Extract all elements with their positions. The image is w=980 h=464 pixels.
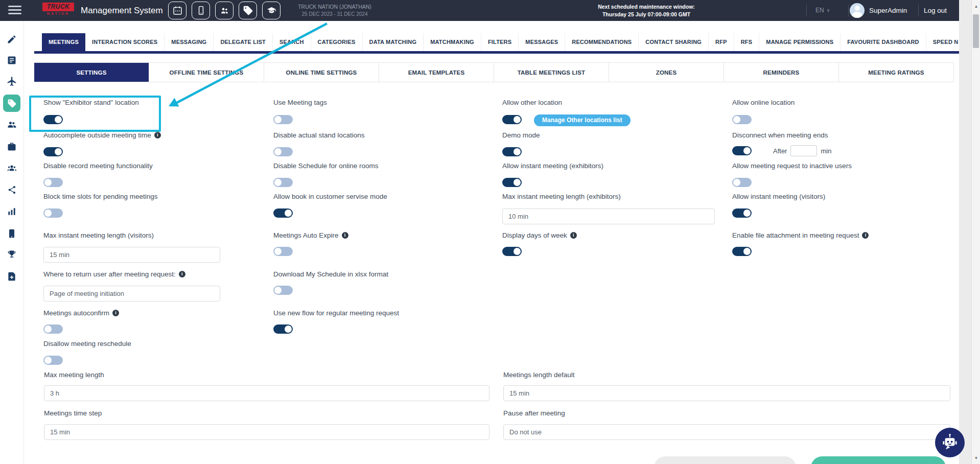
pause-after-meeting-input[interactable] — [503, 424, 950, 440]
logout-button[interactable]: Log out — [924, 0, 947, 21]
scrollbar-thumb[interactable] — [973, 14, 979, 48]
toggle-new-flow[interactable] — [273, 324, 293, 334]
sub-tabs: SETTINGSOFFLINE TIME SETTINGSONLINE TIME… — [34, 62, 954, 82]
toggle-allow-online-location[interactable] — [732, 115, 752, 124]
manage-other-locations-button[interactable]: Manage Other locations list — [534, 114, 631, 126]
news-icon[interactable] — [7, 55, 17, 65]
main-tab[interactable]: RFS — [734, 33, 760, 51]
setting-label-disable-schedule-online: Disable Schedule for online rooms — [273, 162, 379, 170]
toggle-disable-schedule-online[interactable] — [273, 178, 293, 187]
toggle-disallow-reschedule[interactable] — [43, 356, 63, 365]
navbar-divider — [918, 5, 919, 16]
airplane-icon[interactable] — [7, 76, 17, 86]
truck-nation-logo[interactable]: TRUCK NATION — [42, 3, 74, 15]
main-tab[interactable]: MESSAGING — [165, 33, 214, 51]
sub-tab[interactable]: ZONES — [609, 63, 724, 82]
setting-label-disconnect-ends: Disconnect when meeting ends — [732, 131, 828, 139]
main-tab[interactable]: FAVOURITE DASHBOARD — [841, 33, 926, 51]
scroll-up-arrow[interactable] — [972, 4, 980, 9]
setting-label-allow-customer-service: Allow book in customer servise mode — [273, 193, 387, 200]
smartphone-icon[interactable] — [192, 2, 210, 19]
graduation-cap-icon[interactable] — [262, 2, 281, 19]
main-tab[interactable]: MATCHMAKING — [424, 33, 481, 51]
sub-tab[interactable]: MEETING RATINGS — [839, 63, 954, 82]
after-minutes-input[interactable] — [790, 145, 817, 156]
return-user-input[interactable] — [43, 286, 220, 301]
max-meeting-length-input[interactable] — [44, 385, 489, 401]
toggle-meetings-autoconfirm[interactable] — [43, 324, 63, 334]
chatbot-button[interactable] — [935, 428, 965, 457]
main-tab[interactable]: RFP — [709, 33, 734, 51]
toggle-instant-visitors[interactable] — [732, 208, 752, 218]
avatar[interactable] — [850, 3, 865, 18]
toggle-file-attachment[interactable] — [732, 247, 752, 256]
toggle-allow-other-location[interactable] — [502, 115, 522, 124]
main-tab[interactable]: DATA MATCHING — [363, 33, 424, 51]
pencil-icon[interactable] — [7, 34, 17, 44]
toggle-use-meeting-tags[interactable] — [273, 115, 293, 124]
account-info: TRUCK NATION (JONATHAN) 25 DEC 2023 - 31… — [286, 4, 383, 17]
max-instant-visitors-input[interactable] — [43, 247, 220, 263]
username[interactable]: SuperAdmin — [869, 0, 907, 21]
toggle-disable-actual-stands[interactable] — [273, 147, 293, 156]
cancel-button[interactable]: CANCEL — [654, 456, 796, 464]
setting-label-display-days: Display days of week — [502, 231, 577, 239]
users-icon[interactable] — [7, 120, 17, 130]
main-tab[interactable]: MANAGE PERMISSIONS — [759, 33, 841, 51]
vertical-scrollbar[interactable] — [971, 0, 980, 464]
toggle-download-xlsx[interactable] — [273, 286, 293, 295]
main-tab[interactable]: RECOMMENDATIONS — [565, 33, 639, 51]
tag-icon[interactable] — [3, 95, 20, 112]
briefcase-icon[interactable] — [7, 142, 17, 152]
main-tab[interactable]: CONTACT SHARING — [639, 33, 709, 51]
tag-icon[interactable] — [239, 2, 257, 19]
file-plus-icon[interactable] — [7, 271, 17, 282]
main-tab[interactable]: MESSAGES — [519, 33, 565, 51]
toggle-allow-customer-service[interactable] — [273, 208, 293, 218]
max-instant-exhibitors-input[interactable] — [502, 208, 715, 224]
meetings-length-default-input[interactable] — [503, 385, 950, 401]
calendar-icon[interactable] — [168, 2, 186, 19]
sub-tab[interactable]: ONLINE TIME SETTINGS — [264, 63, 379, 82]
users-icon[interactable] — [215, 2, 234, 19]
toggle-auto-expire[interactable] — [273, 247, 293, 256]
info-icon — [570, 232, 577, 239]
language-selector[interactable]: EN — [815, 0, 830, 21]
team-icon[interactable] — [7, 163, 17, 173]
main-tab[interactable]: MEETINGS — [42, 33, 85, 51]
setting-label-meetings-autoconfirm: Meetings autoconfirm — [43, 309, 119, 317]
toggle-disconnect-ends[interactable] — [732, 146, 752, 155]
scroll-down-arrow[interactable] — [972, 456, 980, 460]
smartphone-icon[interactable] — [7, 228, 17, 239]
setting-label-disallow-reschedule: Disallow meeting reschedule — [43, 340, 131, 347]
main-tab[interactable]: SPEED N — [926, 33, 959, 51]
main-tab[interactable]: FILTERS — [481, 33, 519, 51]
main-tab[interactable]: INTERACTION SCORES — [85, 33, 165, 51]
toggle-disable-record[interactable] — [43, 178, 63, 187]
toggle-autocomplete-outside[interactable] — [43, 147, 63, 156]
trophy-icon[interactable] — [7, 249, 17, 260]
setting-label-allow-other-location: Allow other location — [502, 99, 562, 106]
meetings-time-step-input[interactable] — [44, 424, 489, 440]
toggle-instant-exhibitors[interactable] — [502, 178, 522, 187]
sub-tab[interactable]: EMAIL TEMPLATES — [379, 63, 494, 82]
sub-tab[interactable]: SETTINGS — [34, 63, 149, 82]
hamburger-menu-icon[interactable] — [8, 6, 21, 15]
account-name: TRUCK NATION (JONATHAN) — [286, 4, 383, 10]
main-tab[interactable]: DELEGATE LIST — [214, 33, 273, 51]
chart-icon[interactable] — [7, 206, 17, 217]
sub-tab[interactable]: REMINDERS — [724, 63, 839, 82]
main-tab[interactable]: SEARCH — [273, 33, 311, 51]
toggle-demo-mode[interactable] — [502, 147, 522, 156]
setting-label-use-meeting-tags: Use Meeting tags — [273, 99, 327, 106]
sub-tab[interactable]: TABLE MEETINGS LIST — [494, 63, 609, 82]
page-gutter — [959, 0, 971, 464]
toggle-request-inactive[interactable] — [732, 178, 752, 187]
toggle-display-days[interactable] — [502, 247, 522, 256]
sub-tab[interactable]: OFFLINE TIME SETTINGS — [149, 63, 264, 82]
share-icon[interactable] — [7, 184, 17, 195]
toggle-block-time-slots[interactable] — [43, 208, 63, 218]
save-button[interactable]: SAVE — [811, 456, 946, 464]
main-tab[interactable]: CATEGORIES — [311, 33, 363, 51]
toggle-show-exhibitor-stand[interactable] — [43, 115, 63, 124]
